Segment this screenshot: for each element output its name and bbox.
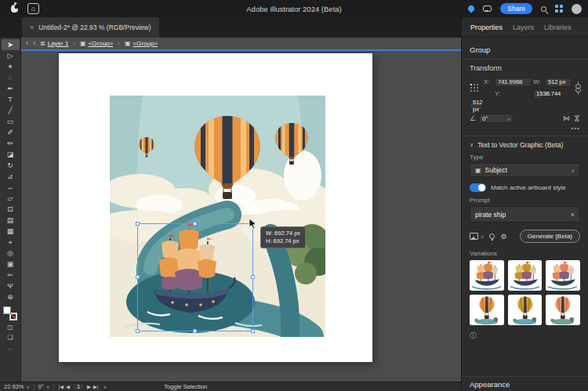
variation-thumbnail-4[interactable] xyxy=(470,295,504,325)
shape-builder-tool[interactable]: ⊡ xyxy=(2,204,20,215)
blend-tool[interactable]: ◎ xyxy=(2,248,20,259)
share-button[interactable]: Share xyxy=(500,3,532,14)
fill-stroke-swatches[interactable] xyxy=(3,306,17,320)
slice-tool[interactable]: ✂ xyxy=(2,270,20,281)
zoom-tool[interactable]: ⊕ xyxy=(2,291,20,302)
eraser-tool[interactable]: ◪ xyxy=(2,149,20,160)
selection-handle[interactable] xyxy=(251,275,255,279)
panel-tab-layers[interactable]: Layers xyxy=(513,24,534,31)
back-chevron-icon[interactable]: ‹ xyxy=(26,40,28,47)
variation-thumbnail-2[interactable] xyxy=(508,260,543,291)
close-tab-icon[interactable]: × xyxy=(30,24,34,31)
variation-thumbnail-1[interactable] xyxy=(470,260,504,291)
h-input[interactable]: 512 px xyxy=(470,101,482,110)
edit-toolbar-ellipsis[interactable]: … xyxy=(7,344,13,351)
previous-artboard-button[interactable]: ◀ xyxy=(66,384,70,390)
comments-icon[interactable] xyxy=(483,5,492,12)
ttv-section-header[interactable]: ∨ Text to Vector Graphic (Beta) xyxy=(470,141,580,149)
forward-chevron-icon[interactable]: › xyxy=(33,40,35,47)
breadcrumb-item[interactable]: ≣Layer 1 xyxy=(40,40,68,47)
panel-tab-properties[interactable]: Properties xyxy=(470,24,503,31)
w-label: W: xyxy=(533,78,543,85)
breadcrumb-item[interactable]: ▣<Group> xyxy=(80,40,113,47)
match-artboard-style-toggle[interactable] xyxy=(470,183,486,192)
droplet-icon[interactable] xyxy=(467,4,476,13)
artboard-number-field[interactable]: 1 xyxy=(72,383,85,390)
apps-grid-icon[interactable] xyxy=(555,5,563,13)
generate-button[interactable]: Generate (Beta) xyxy=(520,230,580,243)
free-transform-tool[interactable]: ▱ xyxy=(2,193,20,204)
artboard-tool[interactable]: ▣ xyxy=(2,259,20,270)
panel-tab-libraries[interactable]: Libraries xyxy=(544,24,572,31)
search-icon[interactable] xyxy=(541,6,546,12)
subject-type-dropdown[interactable]: ▣ Subject ∨ xyxy=(470,163,580,177)
prompt-input[interactable]: pirate ship × xyxy=(470,206,580,223)
variation-thumbnail-6[interactable] xyxy=(546,295,580,325)
variation-thumbnail-3[interactable] xyxy=(546,260,580,291)
gear-icon[interactable]: ⚙ xyxy=(500,233,506,241)
paintbrush-tool[interactable]: ✐ xyxy=(2,127,20,138)
more-options-button[interactable]: ••• xyxy=(470,125,580,132)
gradient-tool[interactable]: ▤ xyxy=(2,215,20,226)
flip-horizontal-icon[interactable]: ⋈ xyxy=(563,114,570,122)
selection-handle[interactable] xyxy=(136,222,140,226)
pen-tool[interactable]: ✒ xyxy=(2,83,20,94)
variation-thumbnail-5[interactable] xyxy=(508,295,543,325)
first-artboard-button[interactable]: |◀ xyxy=(58,384,64,390)
rotation-angle-select[interactable]: 0°∨ xyxy=(479,114,514,123)
zoom-level-select[interactable]: 22.93%∨ xyxy=(4,383,30,390)
eyedropper-tool[interactable]: ⌖ xyxy=(2,237,20,248)
direct-selection-tool[interactable]: ▷ xyxy=(2,50,20,61)
width-tool[interactable]: ↔ xyxy=(2,182,20,193)
hand-tool[interactable]: Ψ xyxy=(2,281,20,291)
info-icon[interactable]: ⓘ xyxy=(470,331,580,341)
fill-swatch[interactable] xyxy=(3,306,11,314)
type-tool[interactable]: T xyxy=(2,94,20,105)
variations-grid xyxy=(470,260,580,325)
breadcrumb-item[interactable]: ▣<Group> xyxy=(125,40,158,47)
rotation-select[interactable]: 0°∨ xyxy=(38,383,50,390)
flip-vertical-icon[interactable]: ⋈ xyxy=(573,115,581,122)
w-input[interactable]: 512 px xyxy=(545,78,572,87)
document-tabbar: × Untitled-2* @ 22.93 % (RGB/Preview) xyxy=(0,17,461,38)
scale-tool[interactable]: ⊿ xyxy=(2,171,20,182)
rotate-angle-icon: ∠ xyxy=(470,114,476,122)
line-segment-tool[interactable]: ╱ xyxy=(2,105,20,116)
style-picker-icon[interactable] xyxy=(470,233,478,240)
selection-handle[interactable] xyxy=(193,222,197,226)
screen-mode-icon[interactable]: ❏ xyxy=(7,334,13,341)
tools-list: ➤▷✶◌✒T╱▭✐✏◪↻⊿↔▱⊡▤▦⌖◎▣✂Ψ⊕ xyxy=(2,39,20,302)
status-bar: 22.93%∨ 0°∨ |◀ ◀ 1 ▶ ▶| ∨ Toggle Selecti… xyxy=(0,382,461,391)
y-input[interactable]: 1536.744 xyxy=(533,89,543,99)
lasso-tool[interactable]: ◌ xyxy=(2,72,20,83)
document-tab[interactable]: × Untitled-2* @ 22.93 % (RGB/Preview) xyxy=(22,17,159,38)
selection-handle[interactable] xyxy=(136,275,140,279)
draw-mode-icon[interactable]: ◫ xyxy=(7,324,13,331)
variations-label: Variations xyxy=(470,250,580,257)
x-input[interactable]: 741.9968 xyxy=(495,78,532,87)
rectangle-tool[interactable]: ▭ xyxy=(2,116,20,127)
last-artboard-button[interactable]: ▶| xyxy=(93,384,99,390)
next-artboard-button[interactable]: ▶ xyxy=(87,384,91,390)
clear-prompt-icon[interactable]: × xyxy=(571,211,575,219)
magic-wand-tool[interactable]: ✶ xyxy=(2,61,20,72)
account-avatar[interactable] xyxy=(572,4,582,14)
reference-point-locator[interactable] xyxy=(470,83,479,92)
selection-handle[interactable] xyxy=(193,329,197,333)
constrain-proportions-icon[interactable] xyxy=(573,81,583,95)
selection-tool[interactable]: ➤ xyxy=(2,39,20,50)
lightbulb-icon[interactable] xyxy=(489,234,495,239)
breadcrumb-separator: › xyxy=(73,40,75,47)
selection-handle[interactable] xyxy=(251,329,255,333)
rotate-tool[interactable]: ↻ xyxy=(2,160,20,171)
pencil-tool[interactable]: ✏ xyxy=(2,138,20,149)
canvas-area[interactable]: W: 692.74 px H: 692.74 px xyxy=(21,51,461,382)
selection-bounding-box[interactable] xyxy=(137,223,253,331)
mesh-tool[interactable]: ▦ xyxy=(2,226,20,237)
group-icon: ▣ xyxy=(125,40,131,47)
group-icon: ▣ xyxy=(80,40,86,47)
ttv-section-label: Text to Vector Graphic (Beta) xyxy=(477,141,563,149)
divider xyxy=(34,384,34,390)
match-artboard-style-label: Match active artboard style xyxy=(491,184,566,191)
selection-handle[interactable] xyxy=(136,329,140,333)
